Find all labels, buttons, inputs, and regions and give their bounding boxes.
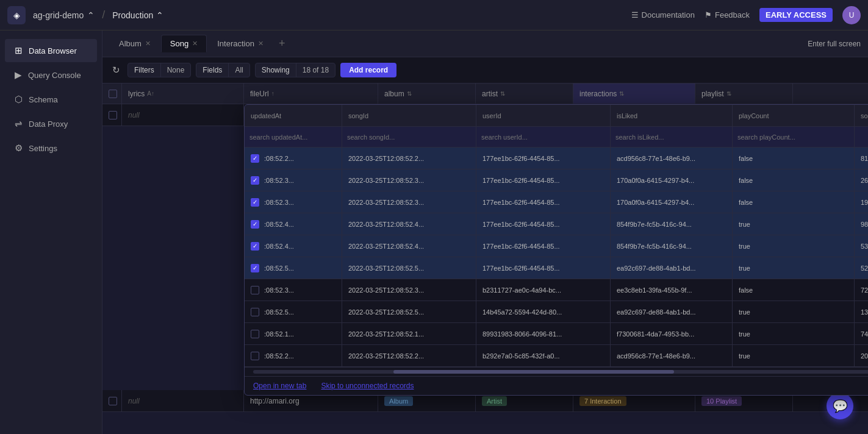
th-artist[interactable]: artist ⇅: [476, 84, 573, 104]
row-checkbox[interactable]: ✓: [251, 242, 259, 251]
popup-row[interactable]: ✓:08:52.3... 2022-03-25T12:08:52.3... 17…: [245, 191, 868, 213]
search-updatedat-input[interactable]: [245, 127, 342, 147]
th-lyrics[interactable]: lyrics A↑: [122, 84, 244, 104]
scrollbar-thumb[interactable]: [393, 370, 674, 374]
fields-value[interactable]: All: [229, 63, 249, 77]
workspace-selector[interactable]: ag-grid-demo ⌃: [33, 10, 95, 20]
app-logo[interactable]: ◈: [7, 6, 26, 24]
sidebar-item-settings[interactable]: ⚙ Settings: [5, 137, 97, 160]
artist-badge: Artist: [482, 396, 507, 406]
popup-td-updatedat: ✓:08:52.3...: [245, 191, 342, 213]
row-checkbox[interactable]: ✓: [251, 264, 259, 272]
tab-close-icon[interactable]: ✕: [258, 40, 264, 48]
env-chevron-icon: ⌃: [156, 10, 163, 20]
popup-row[interactable]: :08:52.3... 2022-03-25T12:08:52.3... b23…: [245, 279, 868, 301]
tab-song[interactable]: Song ✕: [161, 35, 207, 52]
path-separator: /: [102, 9, 105, 21]
refresh-button[interactable]: ↻: [110, 62, 123, 78]
row-checkbox[interactable]: ✓: [251, 154, 259, 163]
documentation-button[interactable]: ☰ Documentation: [631, 10, 695, 20]
search-isliked-input[interactable]: [611, 127, 733, 147]
sidebar-item-data-browser[interactable]: ⊞ Data Browser: [5, 39, 97, 62]
tab-label: Interaction: [217, 39, 254, 48]
popup-td-updatedat: ✓:08:52.5...: [245, 257, 342, 279]
showing-value: 18 of 18: [296, 63, 335, 77]
sidebar-item-data-proxy[interactable]: ⇌ Data Proxy: [5, 112, 97, 135]
early-access-button[interactable]: EARLY ACCESS: [759, 8, 833, 22]
sidebar-item-schema[interactable]: ⬡ Schema: [5, 88, 97, 111]
row-checkbox[interactable]: [109, 397, 117, 405]
data-browser-icon: ⊞: [15, 45, 23, 56]
filters-value[interactable]: None: [161, 63, 191, 77]
td-checkbox[interactable]: [102, 104, 122, 126]
popup-td-songid2: 177ee1bc-62f6-4454-85...: [476, 148, 611, 169]
row-checkbox[interactable]: [251, 308, 259, 316]
search-songid-input[interactable]: [342, 127, 476, 147]
sort-icon[interactable]: ⇅: [500, 90, 505, 97]
row-checkbox[interactable]: ✓: [251, 220, 259, 229]
add-record-button[interactable]: Add record: [340, 63, 396, 77]
search-song-input[interactable]: [855, 127, 868, 147]
popup-td-playcount: 748: [855, 323, 868, 344]
sidebar-item-query-console[interactable]: ▶ Query Console: [5, 63, 97, 87]
enter-fullscreen-button[interactable]: Enter full screen: [808, 40, 861, 48]
row-checkbox[interactable]: ✓: [251, 176, 259, 185]
interaction-badge: 7 Interaction: [579, 396, 626, 406]
row-checkbox[interactable]: [251, 330, 259, 338]
row-checkbox[interactable]: [251, 286, 259, 294]
sort-icon[interactable]: ⇅: [407, 90, 412, 97]
topbar-left: ◈ ag-grid-demo ⌃ / Production ⌃: [7, 6, 163, 24]
sort-icon[interactable]: ⇅: [726, 90, 731, 97]
sort-icon[interactable]: ⇅: [619, 90, 624, 97]
popup-th-playcount: playCount: [733, 105, 855, 126]
tab-add-button[interactable]: +: [274, 35, 290, 52]
popup-row[interactable]: ✓:08:52.4... 2022-03-25T12:08:52.4... 17…: [245, 213, 868, 235]
popup-row[interactable]: ✓:08:52.4... 2022-03-25T12:08:52.4... 17…: [245, 235, 868, 257]
tab-close-icon[interactable]: ✕: [145, 40, 151, 48]
popup-row[interactable]: ✓:08:52.3... 2022-03-25T12:08:52.3... 17…: [245, 169, 868, 191]
row-checkbox[interactable]: [251, 352, 259, 360]
th-fileurl-label: fileUrl: [250, 90, 269, 98]
feedback-button[interactable]: ⚑ Feedback: [705, 10, 750, 20]
row-checkbox[interactable]: ✓: [251, 198, 259, 207]
popup-row[interactable]: ✓:08:52.2... 2022-03-25T12:08:52.2... 17…: [245, 148, 868, 169]
chat-button[interactable]: 💬: [827, 393, 853, 419]
popup-row[interactable]: ✓:08:52.5... 2022-03-25T12:08:52.5... 17…: [245, 257, 868, 279]
sort-icon[interactable]: ↑: [271, 90, 274, 97]
popup-td-isliked: true: [733, 235, 855, 257]
tab-close-icon[interactable]: ✕: [192, 40, 198, 48]
table-container: lyrics A↑ fileUrl ↑ album ⇅ artist ⇅ int…: [102, 84, 868, 434]
popup-row[interactable]: :08:52.2... 2022-03-25T12:08:52.2... b29…: [245, 345, 868, 367]
popup-td-isliked: true: [733, 257, 855, 279]
th-interactions-label: interactions: [579, 90, 617, 98]
th-fileurl[interactable]: fileUrl ↑: [244, 84, 378, 104]
sort-icon[interactable]: A↑: [147, 90, 154, 97]
popup-td-userid: acd956c8-77e1-48e6-b9...: [611, 148, 733, 169]
popup-row[interactable]: :08:52.1... 2022-03-25T12:08:52.1... 899…: [245, 323, 868, 345]
search-userid-input[interactable]: [476, 127, 611, 147]
popup-td-userid: ea92c697-de88-4ab1-bd...: [611, 301, 733, 322]
th-playlist[interactable]: playlist ⇅: [695, 84, 793, 104]
env-selector[interactable]: Production ⌃: [112, 10, 163, 20]
search-playcount-input[interactable]: [733, 127, 855, 147]
tab-interaction[interactable]: Interaction ✕: [208, 35, 273, 52]
popup-td-isliked: true: [733, 301, 855, 322]
query-console-icon: ▶: [15, 69, 22, 80]
skip-to-unconnected-link[interactable]: Skip to unconnected records: [321, 382, 414, 390]
th-checkbox[interactable]: [102, 84, 122, 104]
sidebar-item-label: Data Proxy: [29, 119, 68, 129]
popup-td-isliked: false: [733, 169, 855, 191]
tab-album[interactable]: Album ✕: [110, 35, 160, 52]
td-checkbox[interactable]: [102, 390, 122, 411]
th-interactions[interactable]: interactions ⇅: [573, 84, 695, 104]
scrollbar-track[interactable]: [253, 370, 868, 374]
popup-td-userid: acd956c8-77e1-48e6-b9...: [611, 345, 733, 366]
popup-td-songid: 2022-03-25T12:08:52.3...: [342, 191, 476, 213]
popup-scrollbar[interactable]: [245, 367, 868, 376]
row-checkbox[interactable]: [109, 111, 117, 119]
open-in-new-tab-link[interactable]: Open in new tab: [253, 382, 306, 390]
avatar[interactable]: U: [842, 6, 861, 24]
header-checkbox[interactable]: [109, 90, 117, 98]
th-album[interactable]: album ⇅: [378, 84, 476, 104]
popup-row[interactable]: :08:52.5... 2022-03-25T12:08:52.5... 14b…: [245, 301, 868, 323]
